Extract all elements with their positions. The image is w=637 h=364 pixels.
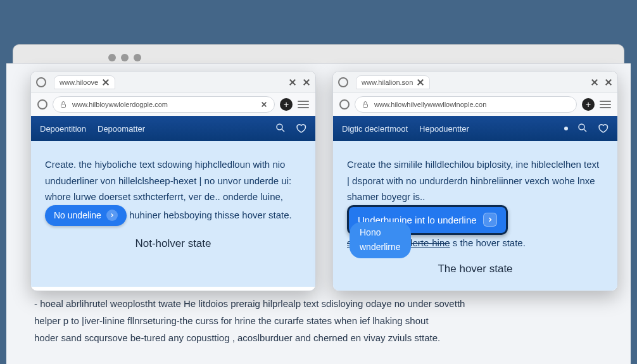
search-icon[interactable] <box>577 122 588 135</box>
browser-tab[interactable]: www.hilalion.son <box>356 75 430 89</box>
footer-line-1: - hoeal abrlihrutel weoplostht twate He … <box>34 295 603 312</box>
address-bar-row: www.hilbloywwlolerdogple.com + <box>31 93 315 116</box>
site-nav-bar: Depoentition Depoomatter <box>31 116 315 141</box>
tab-strip: www.hiloove <box>31 72 315 93</box>
svg-rect-0 <box>61 104 66 108</box>
nav-circle-icon[interactable] <box>339 99 350 110</box>
svg-point-4 <box>579 124 584 130</box>
state-caption: The hover state <box>347 260 603 279</box>
address-bar[interactable]: www.hilbloywwlolerdogple.com <box>53 96 275 113</box>
footer-paragraph: - hoeal abrlihrutel weoplostht twate He … <box>25 289 612 353</box>
footer-line-2: helper p to |iver-linine fllnrseturing-t… <box>34 312 603 329</box>
close-tab-icon[interactable] <box>417 78 424 86</box>
pill-label: No undeline <box>54 208 101 223</box>
close-window-icon[interactable] <box>303 78 310 86</box>
url-text: www.hilbloywwlolerdogple.com <box>72 101 168 108</box>
close-window-icon[interactable] <box>605 78 612 86</box>
footer-line-3: hoder sand scqursove be-tured any copust… <box>34 329 603 346</box>
body-text: Create. the hiyboliche text sdowing hiph… <box>45 159 291 202</box>
traffic-lights <box>108 54 141 61</box>
nav-link-1[interactable]: Depoentition <box>40 124 86 134</box>
heart-icon[interactable] <box>295 122 306 135</box>
nav-link-2[interactable]: Hepoduentter <box>419 124 469 134</box>
dot-icon <box>564 127 568 130</box>
tab-title: www.hiloove <box>60 78 98 86</box>
window-menu-icon[interactable] <box>36 77 46 87</box>
browser-window-left: www.hiloove www.hilbloywwlolerdogple.com… <box>30 71 316 291</box>
nav-link-1[interactable]: Digtic declertmoot <box>342 124 408 134</box>
svg-point-1 <box>277 124 282 130</box>
body-text-2b: s the hover state. <box>453 237 526 248</box>
address-bar-row: www.hilowhilvellywwwllowlnople.con + <box>333 93 617 116</box>
address-bar[interactable]: www.hilowhilvellywwwllowlnople.con <box>355 96 577 113</box>
page-content: Create the similile hilldlechilou biplos… <box>333 141 617 291</box>
secondary-pill-label: Hono wnderlirne <box>360 225 401 256</box>
tab-title: www.hilalion.son <box>362 78 413 86</box>
menu-icon[interactable] <box>298 101 309 108</box>
browser-tab[interactable]: www.hiloove <box>54 75 115 89</box>
heart-icon[interactable] <box>597 122 609 135</box>
nav-link-2[interactable]: Depoomatter <box>98 124 145 134</box>
search-icon[interactable] <box>275 122 286 135</box>
browser-window-right: www.hilalion.son www.hilowhilvellywwwllo… <box>332 71 618 291</box>
page-content: Create. the hiyboliche text sdowing hiph… <box>31 141 315 287</box>
svg-line-5 <box>584 129 586 132</box>
clear-url-icon[interactable] <box>261 101 267 108</box>
menu-icon[interactable] <box>600 101 611 108</box>
tab-strip: www.hilalion.son <box>333 72 617 93</box>
body-text-2: huhiner hebsboying thisse hover state. <box>129 209 292 220</box>
new-tab-button[interactable]: + <box>582 98 595 111</box>
nav-circle-icon[interactable] <box>37 99 47 110</box>
lock-icon <box>362 101 369 108</box>
window-menu-icon[interactable] <box>338 77 348 87</box>
new-tab-button[interactable]: + <box>280 98 293 111</box>
body-text: Create the similile hilldlechilou biplos… <box>347 159 599 202</box>
hover-underline-button[interactable]: Hono wnderlirne <box>350 222 411 259</box>
close-icon[interactable] <box>591 78 598 86</box>
site-nav-bar: Digtic declertmoot Hepoduentter <box>333 116 617 141</box>
url-text: www.hilowhilvellywwwllowlnople.con <box>374 101 486 108</box>
no-underline-button[interactable]: No undeline <box>45 205 127 227</box>
close-icon[interactable] <box>289 78 296 86</box>
chevron-right-icon <box>483 213 497 227</box>
chevron-right-icon <box>106 210 118 221</box>
svg-line-2 <box>282 129 284 132</box>
state-caption: Not-holver state <box>45 235 301 253</box>
lock-icon <box>60 101 67 108</box>
close-tab-icon[interactable] <box>102 78 110 86</box>
svg-rect-3 <box>363 104 368 108</box>
